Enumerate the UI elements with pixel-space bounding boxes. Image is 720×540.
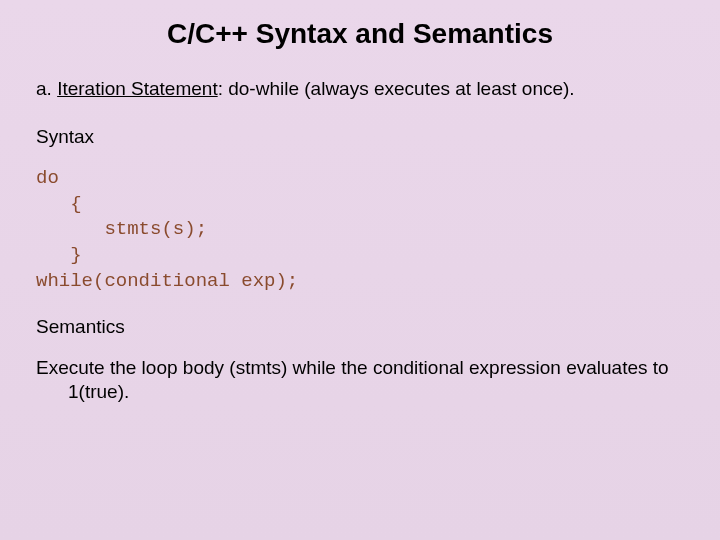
slide: C/C++ Syntax and Semantics a. Iteration …	[0, 0, 720, 540]
section-heading: a. Iteration Statement: do-while (always…	[36, 78, 684, 100]
semantics-body: Execute the loop body (stmts) while the …	[36, 356, 684, 404]
semantics-label: Semantics	[36, 316, 684, 338]
section-underlined: Iteration Statement	[57, 78, 218, 99]
code-block: do { stmts(s); } while(conditional exp);	[36, 166, 684, 294]
syntax-label: Syntax	[36, 126, 684, 148]
slide-title: C/C++ Syntax and Semantics	[36, 18, 684, 50]
section-prefix: a.	[36, 78, 57, 99]
section-suffix: : do-while (always executes at least onc…	[218, 78, 575, 99]
